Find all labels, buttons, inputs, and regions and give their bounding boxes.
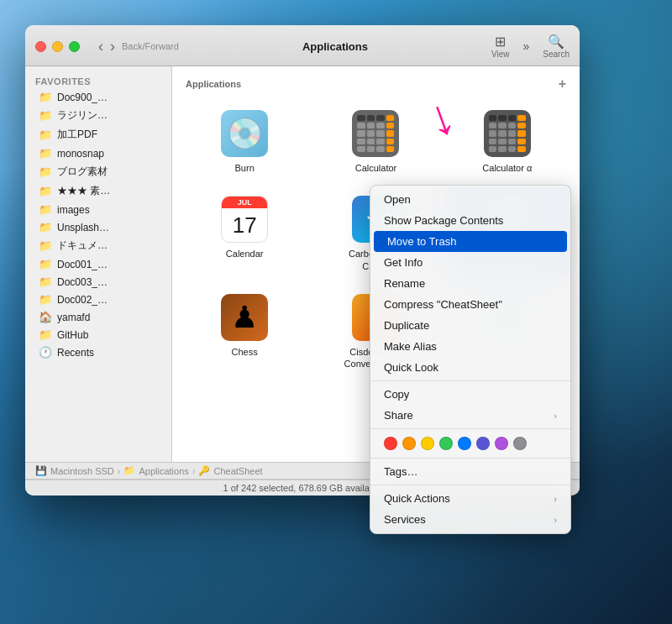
maximize-button[interactable] — [69, 41, 80, 52]
breadcrumb-icon-folder: 📁 — [123, 465, 135, 476]
sidebar-item-label: monosnap — [57, 148, 104, 160]
menu-item-label: Get Info — [384, 256, 557, 269]
search-label: Search — [543, 50, 570, 59]
tag-dot[interactable] — [439, 437, 453, 450]
close-button[interactable] — [35, 41, 46, 52]
calendar-app-icon: JUL 17 — [221, 196, 268, 243]
menu-item-get-info[interactable]: Get Info — [370, 252, 570, 273]
menu-item-move-to-trash[interactable]: Move to Trash — [374, 231, 567, 252]
menu-item-label: Quick Actions — [384, 492, 554, 505]
tag-dot[interactable] — [476, 437, 490, 450]
sidebar-item[interactable]: 📁 monosnap — [29, 144, 168, 162]
menu-separator — [370, 485, 570, 485]
sidebar-item[interactable]: 📁 ブログ素材 — [29, 162, 168, 181]
more-button[interactable]: » — [523, 39, 530, 53]
file-item[interactable]: Calculator — [313, 102, 438, 181]
file-item[interactable]: 💿 Burn — [182, 102, 307, 181]
sidebar: Favorites 📁 Doc900_… 📁 ラジリン… 📁 加工PDF 📁 m… — [25, 66, 172, 462]
menu-item-share[interactable]: Share› — [370, 405, 570, 426]
sidebar-item[interactable]: 🕐 Recents — [29, 343, 168, 361]
file-name: Calculator α — [482, 162, 532, 174]
menu-item-quick-actions[interactable]: Quick Actions› — [370, 488, 570, 509]
view-button[interactable]: ⊞ — [495, 34, 506, 50]
menu-item-tags[interactable]: Tags… — [370, 461, 570, 482]
sidebar-item-icon: 📁 — [39, 185, 52, 197]
sidebar-item[interactable]: 📁 ラジリン… — [29, 106, 168, 125]
sidebar-item-icon: 📁 — [39, 147, 52, 160]
search-button[interactable]: 🔍 — [548, 34, 564, 50]
back-button[interactable]: ‹ — [97, 39, 105, 54]
menu-separator — [370, 380, 570, 381]
sidebar-item[interactable]: 📁 Doc003_… — [29, 273, 168, 291]
menu-item-open[interactable]: Open — [370, 189, 570, 210]
file-icon — [482, 108, 533, 159]
menu-item-rename[interactable]: Rename — [370, 273, 570, 294]
sidebar-item[interactable]: 📁 images — [29, 201, 168, 218]
menu-item-services[interactable]: Services› — [370, 509, 570, 530]
sidebar-item[interactable]: 📁 ドキュメ… — [29, 236, 168, 255]
sidebar-item[interactable]: 📁 ★★★ 素… — [29, 181, 168, 201]
sidebar-item[interactable]: 📁 Doc001_… — [29, 255, 168, 273]
file-item[interactable]: JUL 17 Calendar — [182, 187, 307, 279]
add-button[interactable]: + — [559, 76, 566, 92]
tag-dot[interactable] — [458, 437, 471, 450]
submenu-arrow: › — [554, 494, 557, 504]
sidebar-item-label: ★★★ 素… — [57, 184, 110, 198]
breadcrumb-disk[interactable]: Macintosh SSD — [50, 466, 114, 476]
traffic-lights — [35, 41, 80, 52]
sidebar-item[interactable]: 🏠 yamafd — [29, 308, 168, 326]
menu-item-quick-look[interactable]: Quick Look — [370, 357, 570, 378]
context-menu: OpenShow Package ContentsMove to TrashGe… — [370, 185, 571, 534]
menu-item-compress-cheatsheet[interactable]: Compress "CheatSheet" — [370, 294, 570, 315]
sidebar-section-label: Favorites — [25, 73, 171, 88]
burn-app-icon: 💿 — [221, 110, 268, 157]
back-forward-label: Back/Forward — [122, 41, 179, 51]
menu-item-make-alias[interactable]: Make Alias — [370, 336, 570, 357]
nav-buttons: ‹ › — [97, 39, 117, 54]
titlebar: ‹ › Back/Forward Applications ⊞ View » 🔍… — [25, 25, 580, 66]
menu-item-label: Quick Look — [384, 361, 557, 374]
tag-dot[interactable] — [384, 437, 397, 450]
sidebar-item-label: Doc900_… — [57, 92, 108, 103]
sidebar-item-label: ラジリン… — [57, 108, 108, 123]
sidebar-items: 📁 Doc900_… 📁 ラジリン… 📁 加工PDF 📁 monosnap 📁 … — [25, 88, 171, 361]
sidebar-item-icon: 🕐 — [39, 346, 52, 359]
file-name: Chess — [232, 346, 258, 358]
sidebar-item-icon: 📁 — [39, 91, 52, 103]
file-item[interactable]: ♟ Chess — [182, 286, 307, 377]
menu-item-label: Move to Trash — [387, 235, 554, 248]
sidebar-item[interactable]: 📁 加工PDF — [29, 125, 168, 144]
sidebar-item-label: ブログ素材 — [57, 165, 108, 179]
sidebar-item[interactable]: 📁 Doc900_… — [29, 88, 168, 106]
sidebar-item-label: 加工PDF — [57, 128, 97, 142]
sidebar-item-label: Doc002_… — [57, 294, 108, 306]
sidebar-item-icon: 📁 — [39, 128, 52, 141]
file-name: Calculator — [355, 162, 397, 174]
forward-button[interactable]: › — [108, 39, 117, 54]
menu-item-show-package-contents[interactable]: Show Package Contents — [370, 210, 570, 231]
menu-item-duplicate[interactable]: Duplicate — [370, 315, 570, 336]
sidebar-item-label: Doc003_… — [57, 276, 108, 288]
tag-dot[interactable] — [495, 437, 508, 450]
tag-dot[interactable] — [402, 437, 416, 450]
breadcrumb-cheatsheet[interactable]: CheatSheet — [213, 466, 262, 476]
file-icon: JUL 17 — [219, 194, 270, 244]
file-item[interactable]: Calculator α — [445, 102, 570, 181]
sidebar-item[interactable]: 📁 GitHub — [29, 326, 168, 343]
menu-item-label: Services — [384, 513, 554, 526]
tag-row — [370, 432, 570, 455]
sidebar-item[interactable]: 📁 Doc002_… — [29, 291, 168, 308]
sidebar-item-icon: 📁 — [39, 258, 52, 270]
sidebar-item[interactable]: 📁 Unsplash… — [29, 218, 168, 236]
sidebar-item-icon: 📁 — [39, 203, 52, 216]
menu-item-label: Open — [384, 193, 557, 206]
tag-dot[interactable] — [513, 437, 527, 450]
menu-item-copy[interactable]: Copy — [370, 384, 570, 405]
tag-dot[interactable] — [421, 437, 434, 450]
sidebar-item-icon: 📁 — [39, 109, 52, 122]
sidebar-item-icon: 📁 — [39, 293, 52, 306]
breadcrumb-applications[interactable]: Applications — [139, 466, 188, 476]
sidebar-item-label: Recents — [57, 347, 94, 359]
minimize-button[interactable] — [52, 41, 63, 52]
column-header: Applications + — [179, 73, 573, 98]
